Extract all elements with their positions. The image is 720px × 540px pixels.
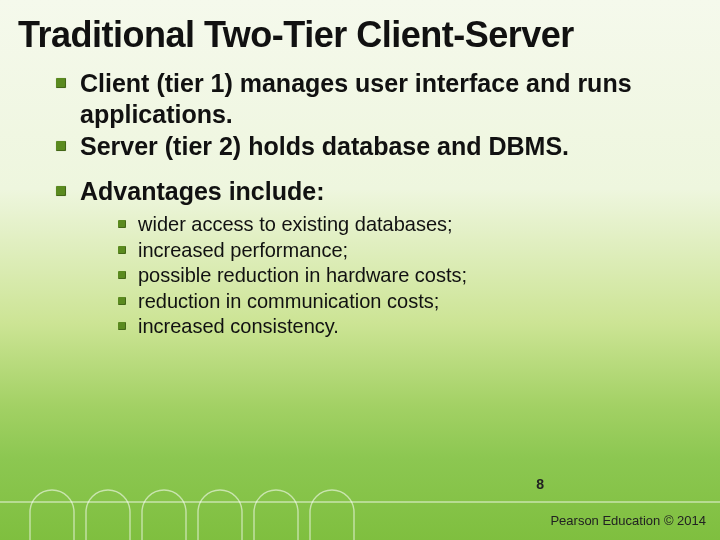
sub-bullet-item: wider access to existing databases; (118, 212, 672, 238)
copyright-text: Pearson Education © 2014 (550, 513, 706, 528)
sub-bullet-item: reduction in communication costs; (118, 289, 672, 315)
bullet-item: Client (tier 1) manages user interface a… (56, 68, 672, 129)
slide-content: Client (tier 1) manages user interface a… (0, 64, 720, 340)
slide-title: Traditional Two-Tier Client-Server (0, 0, 720, 64)
slide: Traditional Two-Tier Client-Server Clien… (0, 0, 720, 540)
bullet-item: Server (tier 2) holds database and DBMS. (56, 131, 672, 162)
page-number: 8 (536, 476, 544, 492)
bullet-item: Advantages include: wider access to exis… (56, 176, 672, 340)
bullet-text: Advantages include: (80, 177, 325, 205)
sub-bullet-list: wider access to existing databases; incr… (80, 212, 672, 340)
sub-bullet-item: increased consistency. (118, 314, 672, 340)
sub-bullet-item: increased performance; (118, 238, 672, 264)
sub-bullet-item: possible reduction in hardware costs; (118, 263, 672, 289)
bullet-list: Client (tier 1) manages user interface a… (56, 68, 672, 340)
decorative-arches (0, 460, 720, 540)
